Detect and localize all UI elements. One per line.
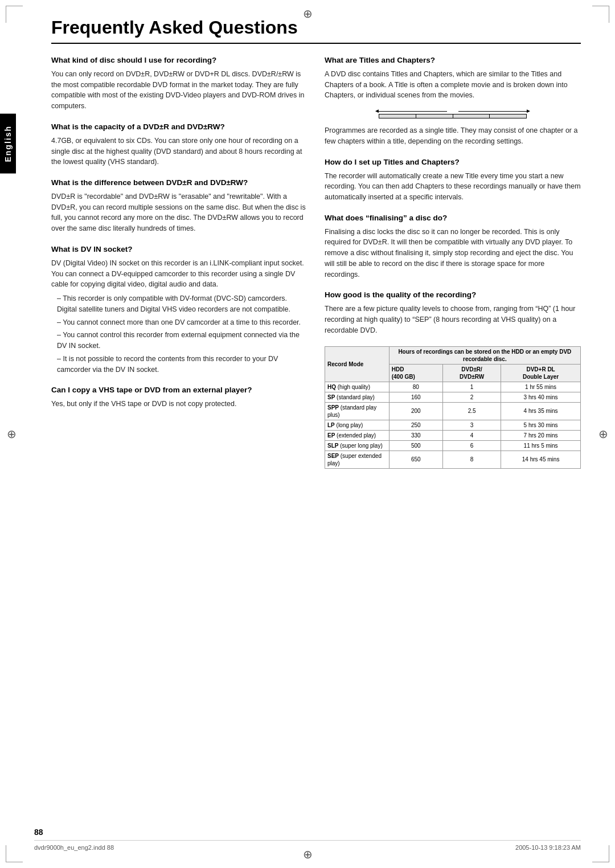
faq-dv-socket-bullets: This recorder is only compatible with DV… — [51, 293, 308, 375]
page-title: Frequently Asked Questions — [51, 17, 581, 38]
faq-disc-difference: What is the difference between DVD±R and… — [51, 178, 308, 234]
main-content: What kind of disc should I use for recor… — [51, 55, 581, 469]
table-cell-mode: SPP (standard play plus) — [325, 402, 390, 420]
table-subheader-dl: DVD+R DLDouble Layer — [501, 364, 581, 382]
table-cell-dl: 1 hr 55 mins — [501, 382, 581, 392]
table-cell-dvd: 3 — [442, 420, 501, 430]
table-cell-mode: SP (standard play) — [325, 392, 390, 402]
table-cell-mode: SEP (super extended play) — [325, 451, 390, 468]
faq-dv-socket-answer: DV (Digital Video) IN socket on this rec… — [51, 258, 308, 375]
faq-dv-socket: What is DV IN socket? DV (Digital Video)… — [51, 244, 308, 375]
faq-finalising: What does “finalising” a disc do? Finali… — [325, 213, 581, 280]
page-footer: dvdr9000h_eu_eng2.indd 88 2005-10-13 9:1… — [34, 840, 581, 851]
faq-titles-chapters-question: What are Titles and Chapters? — [325, 55, 581, 66]
faq-disc-capacity-answer: 4.7GB, or equivalent to six CDs. You can… — [51, 136, 308, 167]
title-chapter-diagram — [379, 111, 527, 118]
faq-titles-chapters: What are Titles and Chapters? A DVD disc… — [325, 55, 581, 101]
faq-titles-note-answer: Programmes are recorded as a single titl… — [325, 125, 581, 147]
table-subheader-hdd: HDD(400 GB) — [389, 364, 442, 382]
diagram-title-row — [379, 111, 527, 112]
page-title-area: Frequently Asked Questions — [51, 17, 581, 44]
table-row: SEP (super extended play) 650 8 14 hrs 4… — [325, 451, 581, 468]
diagram-chapter-2 — [416, 114, 453, 118]
diagram-arrow-left — [379, 111, 447, 112]
table-cell-dvd: 6 — [442, 440, 501, 451]
table-cell-dvd: 1 — [442, 382, 501, 392]
table-cell-dl: 7 hrs 20 mins — [501, 430, 581, 440]
compass-left-icon: ⊕ — [7, 427, 17, 441]
faq-disc-recording-question: What kind of disc should I use for recor… — [51, 55, 308, 66]
faq-vhs-copy-question: Can I copy a VHS tape or DVD from an ext… — [51, 385, 308, 396]
table-header-mode: Record Mode — [325, 346, 390, 382]
table-cell-hdd: 650 — [389, 451, 442, 468]
table-cell-mode: SLP (super long play) — [325, 440, 390, 451]
table-row: LP (long play) 250 3 5 hrs 30 mins — [325, 420, 581, 430]
table-row: EP (extended play) 330 4 7 hrs 20 mins — [325, 430, 581, 440]
language-tab: English — [0, 114, 16, 174]
diagram-chapter-3 — [453, 114, 490, 118]
table-cell-dl: 5 hrs 30 mins — [501, 420, 581, 430]
diagram-chapter-4 — [490, 114, 526, 118]
table-row: SP (standard play) 160 2 3 hrs 40 mins — [325, 392, 581, 402]
faq-quality-question: How good is the quality of the recording… — [325, 290, 581, 301]
faq-disc-capacity-question: What is the capacity of a DVD±R and DVD±… — [51, 122, 308, 133]
left-column: What kind of disc should I use for recor… — [51, 55, 308, 469]
faq-vhs-copy-answer: Yes, but only if the VHS tape or DVD is … — [51, 399, 308, 410]
page-number: 88 — [34, 828, 43, 837]
faq-disc-difference-question: What is the difference between DVD±R and… — [51, 178, 308, 189]
faq-disc-difference-answer: DVD±R is "recordable" and DVD±RW is "era… — [51, 191, 308, 234]
faq-quality-answer: There are a few picture quality levels t… — [325, 304, 581, 335]
corner-mark-top-right — [592, 6, 609, 23]
footer-left: dvdr9000h_eu_eng2.indd 88 — [34, 844, 114, 851]
table-cell-dl: 4 hrs 35 mins — [501, 402, 581, 420]
corner-mark-bottom-right — [592, 845, 609, 862]
faq-setup-titles: How do I set up Titles and Chapters? The… — [325, 157, 581, 203]
faq-dv-bullet-1: This recorder is only compatible with DV… — [51, 293, 308, 315]
faq-setup-titles-question: How do I set up Titles and Chapters? — [325, 157, 581, 168]
table-cell-hdd: 200 — [389, 402, 442, 420]
table-row: SLP (super long play) 500 6 11 hrs 5 min… — [325, 440, 581, 451]
table-cell-dl: 11 hrs 5 mins — [501, 440, 581, 451]
table-row: HQ (high quality) 80 1 1 hr 55 mins — [325, 382, 581, 392]
table-cell-dvd: 2.5 — [442, 402, 501, 420]
table-cell-mode: LP (long play) — [325, 420, 390, 430]
diagram-chapters-row — [379, 114, 527, 118]
faq-vhs-copy: Can I copy a VHS tape or DVD from an ext… — [51, 385, 308, 410]
quality-table: Record Mode Hours of recordings can be s… — [325, 346, 581, 469]
faq-disc-capacity: What is the capacity of a DVD±R and DVD±… — [51, 122, 308, 167]
faq-dv-bullet-4: It is not possible to record the content… — [51, 354, 308, 375]
table-cell-hdd: 330 — [389, 430, 442, 440]
compass-top-icon: ⊕ — [303, 7, 313, 21]
faq-titles-note: Programmes are recorded as a single titl… — [325, 125, 581, 147]
page-container: ⊕ ⊕ ⊕ ⊕ English Frequently Asked Questio… — [0, 0, 615, 868]
diagram-arrow-right — [458, 111, 527, 112]
corner-mark-bottom-left — [6, 845, 23, 862]
faq-dv-bullet-3: You cannot control this recorder from ex… — [51, 330, 308, 351]
table-row: SPP (standard play plus) 200 2.5 4 hrs 3… — [325, 402, 581, 420]
faq-quality: How good is the quality of the recording… — [325, 290, 581, 335]
table-cell-hdd: 80 — [389, 382, 442, 392]
faq-finalising-answer: Finalising a disc locks the disc so it c… — [325, 227, 581, 280]
footer-right: 2005-10-13 9:18:23 AM — [515, 844, 581, 851]
table-header-hours: Hours of recordings can be stored on the… — [389, 346, 580, 364]
compass-right-icon: ⊕ — [598, 427, 608, 441]
right-column: What are Titles and Chapters? A DVD disc… — [325, 55, 581, 469]
faq-finalising-question: What does “finalising” a disc do? — [325, 213, 581, 224]
table-cell-dvd: 2 — [442, 392, 501, 402]
diagram-chapter-1 — [379, 114, 416, 118]
corner-mark-top-left — [6, 6, 23, 23]
table-cell-dvd: 4 — [442, 430, 501, 440]
faq-dv-socket-question: What is DV IN socket? — [51, 244, 308, 255]
table-cell-hdd: 500 — [389, 440, 442, 451]
table-cell-mode: EP (extended play) — [325, 430, 390, 440]
table-cell-hdd: 250 — [389, 420, 442, 430]
faq-setup-titles-answer: The recorder will automatically create a… — [325, 171, 581, 203]
faq-titles-chapters-answer: A DVD disc contains Titles and Chapters,… — [325, 69, 581, 101]
table-cell-hdd: 160 — [389, 392, 442, 402]
faq-dv-bullet-2: You cannot connect more than one DV camc… — [51, 317, 308, 328]
table-cell-dl: 14 hrs 45 mins — [501, 451, 581, 468]
table-subheader-dvd: DVD±R/DVD±RW — [442, 364, 501, 382]
table-cell-dl: 3 hrs 40 mins — [501, 392, 581, 402]
table-cell-dvd: 8 — [442, 451, 501, 468]
table-cell-mode: HQ (high quality) — [325, 382, 390, 392]
